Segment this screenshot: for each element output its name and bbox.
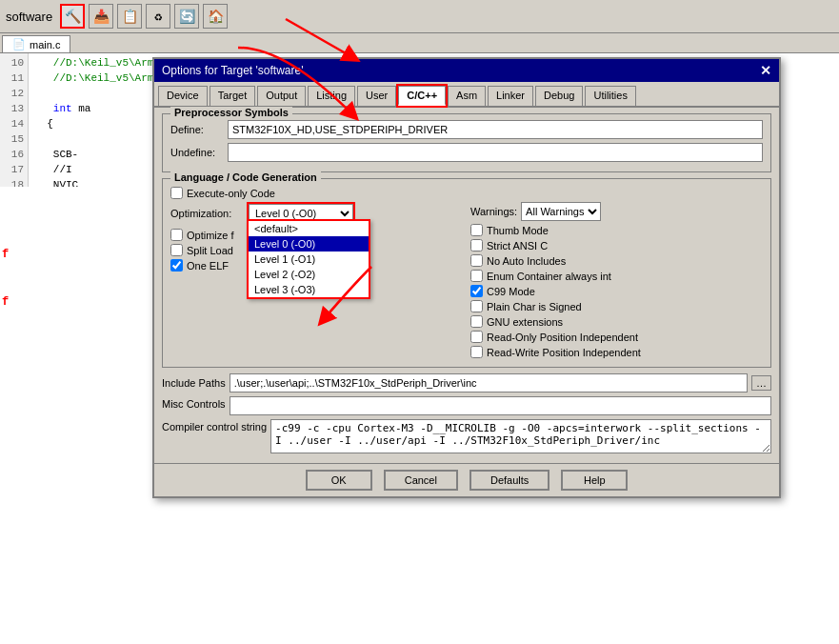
misc-controls-label: Misc Controls	[162, 396, 226, 412]
build-button[interactable]: 🔨	[60, 4, 85, 29]
main-c-tab[interactable]: 📄 main.c	[2, 35, 70, 52]
options-dialog: Options for Target 'software' ✕ Device T…	[152, 57, 781, 498]
include-paths-browse-button[interactable]: …	[751, 375, 771, 391]
tab-label: main.c	[30, 39, 60, 50]
c99-mode-label: C99 Mode	[487, 286, 535, 297]
optimize-lto-checkbox[interactable]	[170, 229, 183, 241]
dropdown-item-o2[interactable]: Level 2 (-O2)	[249, 267, 369, 282]
compiler-control-textarea[interactable]: -c99 -c -cpu Cortex-M3 -D__MICROLIB -g -…	[270, 419, 771, 453]
toolbar: 🔨 📥 📋 ♻️ 🔄 🏠	[60, 4, 228, 29]
c99-mode-row: C99 Mode	[470, 285, 763, 297]
c99-mode-checkbox[interactable]	[470, 285, 483, 297]
define-label: Define:	[170, 124, 228, 135]
gnu-extensions-row: GNU extensions	[470, 315, 763, 328]
tab-utilities[interactable]: Utilities	[585, 86, 635, 106]
tab-asm[interactable]: Asm	[448, 86, 486, 106]
dialog-title-text: Options for Target 'software'	[162, 64, 303, 77]
two-col-layout: Optimization: Level 0 (-O0) <default>	[170, 202, 763, 361]
f-marker-2: f	[2, 295, 9, 309]
options-button[interactable]: 🏠	[203, 4, 228, 29]
enum-container-row: Enum Container always int	[470, 270, 763, 282]
one-elf-label: One ELF	[187, 260, 229, 272]
undefine-label: Undefine:	[170, 147, 228, 158]
gnu-extensions-checkbox[interactable]	[470, 315, 483, 328]
col-right: Warnings: All Warnings Thumb Mode	[470, 202, 763, 361]
dialog-body: Preprocessor Symbols Define: Undefine: L…	[154, 108, 779, 463]
warnings-label: Warnings:	[470, 206, 517, 217]
title-bar: software 🔨 📥 📋 ♻️ 🔄 🏠	[0, 0, 839, 33]
ok-button[interactable]: OK	[306, 470, 372, 491]
strict-ansi-row: Strict ANSI C	[470, 239, 763, 252]
split-load-label: Split Load	[187, 245, 233, 256]
line-numbers: 1011121314151617181920212223242526272829…	[0, 53, 29, 187]
read-only-pos-row: Read-Only Position Independent	[470, 331, 763, 343]
thumb-mode-row: Thumb Mode	[470, 224, 763, 236]
strict-ansi-label: Strict ANSI C	[487, 240, 548, 252]
dropdown-item-o3[interactable]: Level 3 (-O3)	[249, 282, 369, 297]
execute-only-label: Execute-only Code	[187, 188, 275, 199]
optimize-lto-label: Optimize f	[187, 230, 234, 241]
enum-container-checkbox[interactable]	[470, 270, 483, 282]
split-load-checkbox[interactable]	[170, 244, 183, 256]
define-row: Define:	[170, 120, 763, 139]
language-label: Language / Code Generation	[170, 171, 321, 183]
dialog-close-button[interactable]: ✕	[760, 63, 771, 78]
read-write-pos-checkbox[interactable]	[470, 346, 483, 358]
execute-only-row: Execute-only Code	[170, 187, 763, 199]
dialog-box: Options for Target 'software' ✕ Device T…	[152, 57, 781, 498]
read-only-pos-checkbox[interactable]	[470, 331, 483, 343]
include-paths-input[interactable]	[230, 373, 748, 392]
defaults-button[interactable]: Defaults	[469, 470, 549, 491]
define-input[interactable]	[228, 120, 763, 139]
tab-ccpp[interactable]: C/C++	[398, 86, 446, 106]
one-elf-checkbox[interactable]	[170, 259, 183, 272]
dialog-tab-bar: Device Target Output Listing User C/C++ …	[154, 82, 779, 108]
f-marker-1: f	[2, 248, 9, 261]
compiler-control-row: Compiler control string -c99 -c -cpu Cor…	[162, 419, 771, 453]
tab-user[interactable]: User	[357, 86, 396, 106]
thumb-mode-label: Thumb Mode	[487, 225, 549, 236]
no-auto-includes-row: No Auto Includes	[470, 254, 763, 267]
thumb-mode-checkbox[interactable]	[470, 224, 483, 236]
read-only-pos-label: Read-Only Position Independent	[487, 332, 638, 343]
include-paths-row: Include Paths …	[162, 373, 771, 392]
tab-listing[interactable]: Listing	[308, 86, 355, 106]
compiler-control-label: Compiler control string	[162, 419, 267, 434]
optimization-label: Optimization:	[170, 208, 247, 219]
tab-linker[interactable]: Linker	[488, 86, 533, 106]
tab-target[interactable]: Target	[210, 86, 256, 106]
app-title: software	[6, 10, 52, 24]
dropdown-item-default[interactable]: <default>	[249, 221, 369, 236]
misc-controls-row: Misc Controls	[162, 396, 771, 415]
undefine-input[interactable]	[228, 143, 763, 162]
misc-controls-input[interactable]	[230, 396, 771, 415]
dialog-footer: OK Cancel Defaults Help	[154, 463, 779, 496]
col-left: Optimization: Level 0 (-O0) <default>	[170, 202, 463, 361]
plain-char-row: Plain Char is Signed	[470, 300, 763, 312]
dialog-title-bar: Options for Target 'software' ✕	[154, 59, 779, 82]
undo-button[interactable]: ♻️	[146, 4, 170, 29]
execute-only-checkbox[interactable]	[170, 187, 183, 199]
preprocessor-section: Preprocessor Symbols Define: Undefine:	[162, 113, 771, 172]
optimization-dropdown[interactable]: <default> Level 0 (-O0) Level 1 (-O1) Le…	[247, 219, 370, 299]
tab-output[interactable]: Output	[257, 86, 306, 106]
tab-debug[interactable]: Debug	[535, 86, 583, 106]
editor-tabs: 📄 main.c	[0, 33, 839, 53]
plain-char-label: Plain Char is Signed	[487, 301, 582, 312]
help-button[interactable]: Help	[561, 470, 628, 491]
file-icon: 📄	[12, 38, 26, 50]
dropdown-item-o1[interactable]: Level 1 (-O1)	[249, 252, 369, 267]
dropdown-item-o0[interactable]: Level 0 (-O0)	[249, 236, 369, 252]
include-paths-label: Include Paths	[162, 377, 226, 389]
redo-button[interactable]: 🔄	[174, 4, 199, 29]
warnings-select[interactable]: All Warnings	[521, 202, 601, 221]
tab-device[interactable]: Device	[158, 86, 208, 106]
no-auto-includes-checkbox[interactable]	[470, 254, 483, 267]
preprocessor-label: Preprocessor Symbols	[170, 107, 292, 118]
plain-char-checkbox[interactable]	[470, 300, 483, 312]
copy-button[interactable]: 📋	[117, 4, 142, 29]
strict-ansi-checkbox[interactable]	[470, 239, 483, 252]
cancel-button[interactable]: Cancel	[384, 470, 458, 491]
warnings-row: Warnings: All Warnings	[470, 202, 763, 221]
load-button[interactable]: 📥	[89, 4, 113, 29]
